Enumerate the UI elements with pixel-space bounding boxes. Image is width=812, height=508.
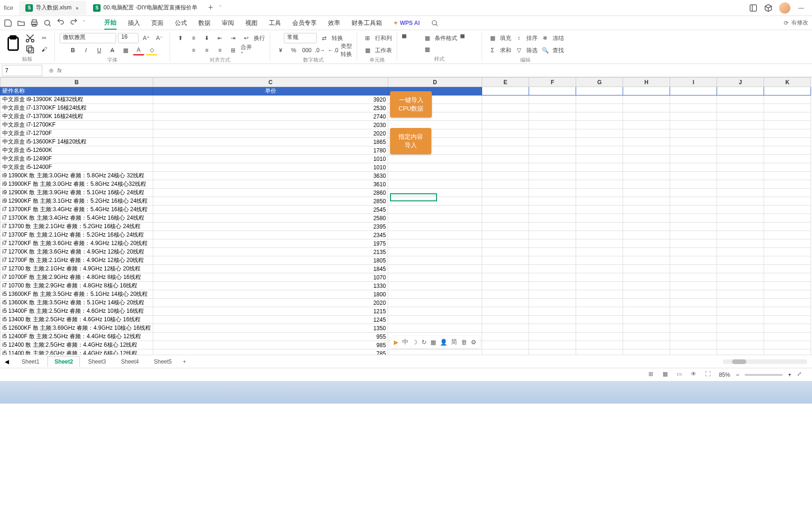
grid-icon[interactable]: ▦ bbox=[430, 339, 436, 346]
condfmt-icon[interactable]: ▦ bbox=[422, 33, 433, 43]
save-icon[interactable] bbox=[4, 19, 12, 27]
cell-name[interactable]: i7 10700 散 主频:2.9GHz 睿频：4.8GHz 8核心 16线程 bbox=[0, 282, 153, 290]
col-header-c[interactable]: C bbox=[153, 78, 388, 87]
italic-button[interactable]: I bbox=[80, 45, 92, 56]
cell-name[interactable]: i7 12700KF 散 主频:3.6GHz 睿频：4.9GHz 12核心 20… bbox=[0, 239, 153, 248]
table-row[interactable]: i5 13600K 散 主频:3.5GHz 睿频：5.1GHz 14核心 20线… bbox=[0, 299, 811, 307]
align-right-icon[interactable]: ≡ bbox=[214, 45, 226, 56]
cell-name[interactable]: 中文原盒 i7-12700F bbox=[0, 129, 153, 138]
menu-insert[interactable]: 插入 bbox=[128, 17, 140, 29]
cell-price[interactable]: 1805 bbox=[153, 256, 388, 265]
find-icon[interactable]: 🔍 bbox=[539, 45, 551, 56]
cell-price[interactable]: 2020 bbox=[153, 129, 388, 138]
cell-name[interactable]: i7 10700F 散 主频:2.9GHz 睿频：4.8GHz 8核心 16线程 bbox=[0, 273, 153, 282]
cell-name[interactable]: 中文原盒 i5-12400F bbox=[0, 163, 153, 172]
cell-price[interactable]: 1975 bbox=[153, 239, 388, 248]
spreadsheet-grid[interactable]: B C D E F G H I J K 硬件名称 单价 中文原盒 i9-1390… bbox=[0, 77, 811, 355]
first-sheet-icon[interactable]: ◀ bbox=[5, 358, 9, 365]
number-format-select[interactable]: 常规 bbox=[284, 33, 317, 43]
table-row[interactable]: 中文原盒 i5-12490F1010 bbox=[0, 155, 811, 163]
cell-price[interactable]: 2580 bbox=[153, 214, 388, 222]
menu-vip[interactable]: 会员专享 bbox=[292, 17, 317, 29]
chevron-down-icon[interactable]: ˅ bbox=[83, 20, 86, 26]
table-row[interactable]: i5 12600KF 散 主频:3.69GHz 睿频：4.9GHz 10核心 1… bbox=[0, 324, 811, 333]
cell-name[interactable]: i5 12600KF 散 主频:3.69GHz 睿频：4.9GHz 10核心 1… bbox=[0, 324, 153, 333]
compass-icon[interactable]: ↻ bbox=[422, 339, 427, 346]
menu-data[interactable]: 数据 bbox=[198, 17, 211, 29]
align-bottom-icon[interactable]: ⬇ bbox=[201, 33, 212, 43]
col-header-h[interactable]: H bbox=[623, 78, 670, 87]
search-icon[interactable] bbox=[431, 19, 438, 27]
font-size-select[interactable]: 16 bbox=[118, 33, 139, 43]
cell-price[interactable]: 1215 bbox=[153, 307, 388, 316]
col-header-d[interactable]: D bbox=[388, 78, 482, 87]
horizontal-scrollbar[interactable] bbox=[723, 359, 807, 364]
cell-price[interactable]: 2740 bbox=[153, 112, 388, 121]
sheet-tab[interactable]: Sheet3 bbox=[81, 356, 113, 367]
decimal-dec-icon[interactable]: ←.0 bbox=[328, 45, 339, 56]
brush-icon[interactable]: 🖌 bbox=[39, 44, 50, 55]
align-left-icon[interactable]: ≡ bbox=[188, 45, 199, 56]
table-row[interactable]: 中文原盒 i5-12400F1010 bbox=[0, 163, 811, 172]
col-header-e[interactable]: E bbox=[482, 78, 529, 87]
cell-name[interactable]: i9 13900KF 散 主频:3.0GHz 睿频：5.8GHz 24核心32线… bbox=[0, 180, 153, 189]
lang-toggle[interactable]: 中 bbox=[402, 338, 408, 346]
avatar[interactable] bbox=[779, 2, 790, 14]
name-box[interactable]: 7 bbox=[2, 65, 42, 76]
cell-name[interactable]: i5 11400 散 主频:2.6GHz 睿频：4.4GHz 6核心 12线程 bbox=[0, 349, 153, 355]
table-row[interactable]: i7 12700F 散 主频:2.1GHz 睿频：4.9GHz 12核心 20线… bbox=[0, 256, 811, 265]
cell-price[interactable]: 1780 bbox=[153, 146, 388, 155]
menu-page[interactable]: 页面 bbox=[151, 17, 164, 29]
cell-name[interactable]: i5 13600KF 散 主频:3.5GHz 睿频：5.1GHz 14核心 20… bbox=[0, 290, 153, 299]
freeze-icon[interactable]: ❄ bbox=[539, 33, 551, 43]
moon-icon[interactable]: ☽ bbox=[412, 339, 418, 346]
underline-button[interactable]: U bbox=[94, 45, 105, 56]
cell-price[interactable]: 2530 bbox=[153, 104, 388, 112]
cell-price[interactable]: 1800 bbox=[153, 290, 388, 299]
cell-price[interactable]: 2850 bbox=[153, 197, 388, 206]
cell-name[interactable]: i5 13400 散 主频:2.5GHz 睿频：4.6GHz 10核心 16线程 bbox=[0, 316, 153, 324]
cut-icon[interactable] bbox=[24, 33, 36, 43]
table-row[interactable]: i5 11400 散 主频:2.6GHz 睿频：4.4GHz 6核心 12线程7… bbox=[0, 349, 811, 355]
preview-icon[interactable] bbox=[43, 19, 52, 27]
cell-price[interactable]: 1845 bbox=[153, 265, 388, 273]
zoom-level[interactable]: 85% bbox=[719, 372, 730, 378]
worksheet-icon[interactable]: ▦ bbox=[362, 45, 373, 56]
filter-icon[interactable]: ▽ bbox=[513, 45, 524, 56]
format-painter-icon[interactable]: ✂ bbox=[39, 33, 50, 43]
menu-finance[interactable]: 财务工具箱 bbox=[351, 17, 382, 29]
sheet-tab[interactable]: Sheet4 bbox=[114, 356, 146, 367]
bold-button[interactable]: B bbox=[67, 45, 78, 56]
cell-name[interactable]: i9 13900K 散 主频:3.0GHz 睿频：5.8GHz 24核心 32线… bbox=[0, 172, 153, 180]
cell-name[interactable]: i5 13400F 散 主频:2.5GHz 睿频：4.6GHz 10核心 16线… bbox=[0, 307, 153, 316]
cellstyle-icon[interactable]: ▦ bbox=[422, 44, 433, 55]
table-row[interactable]: i7 12700K 散 主频:3.6GHz 睿频：4.9GHz 12核心 20线… bbox=[0, 248, 811, 256]
close-icon[interactable]: ● bbox=[74, 5, 80, 11]
cell-price[interactable]: 3630 bbox=[153, 172, 388, 180]
magnify-icon[interactable]: ⊕ bbox=[49, 67, 54, 74]
cell-price[interactable]: 2545 bbox=[153, 206, 388, 214]
add-sheet-button[interactable]: + bbox=[180, 357, 189, 366]
cell-name[interactable]: i7 13700 散 主频:2.1GHz 睿频：5.2GHz 16核心 24线程 bbox=[0, 222, 153, 231]
file-tab-2[interactable]: S 00.电脑配置 -DIY电脑配置直播报价单 bbox=[86, 1, 204, 15]
simplified-toggle[interactable]: 简 bbox=[451, 338, 457, 346]
menu-review[interactable]: 审阅 bbox=[222, 17, 234, 29]
cell-name[interactable]: 中文原盒 i5-12490F bbox=[0, 155, 153, 163]
align-center-icon[interactable]: ≡ bbox=[201, 45, 212, 56]
wps-mini-icon[interactable]: ▶ bbox=[394, 339, 398, 346]
trash-icon[interactable]: 🗑 bbox=[461, 339, 467, 346]
view-normal-icon[interactable]: ⊞ bbox=[648, 371, 657, 379]
col-header-b[interactable]: B bbox=[0, 78, 153, 87]
cell-price[interactable]: 1070 bbox=[153, 273, 388, 282]
comma-icon[interactable]: 000 bbox=[301, 45, 312, 56]
align-top-icon[interactable]: ⬆ bbox=[175, 33, 186, 43]
table-row[interactable]: i7 13700K 散 主频:3.4GHz 睿频：5.4GHz 16核心 24线… bbox=[0, 214, 811, 222]
person-icon[interactable]: 👤 bbox=[440, 339, 447, 346]
col-header-j[interactable]: J bbox=[717, 78, 764, 87]
cell-price[interactable]: 985 bbox=[153, 341, 388, 349]
cell-price[interactable]: 2020 bbox=[153, 299, 388, 307]
panel-icon[interactable] bbox=[749, 4, 757, 12]
rowcol-label[interactable]: 行和列 bbox=[375, 34, 392, 42]
menu-formula[interactable]: 公式 bbox=[175, 17, 187, 29]
rowcol-icon[interactable]: ⊞ bbox=[362, 33, 373, 43]
